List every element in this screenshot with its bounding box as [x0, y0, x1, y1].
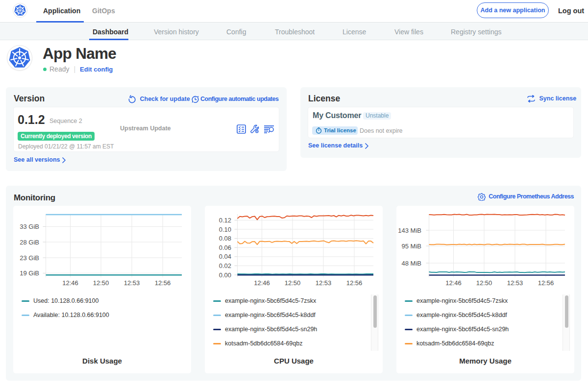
svg-text:23 GiB: 23 GiB — [20, 254, 39, 262]
svg-text:0.06: 0.06 — [219, 244, 231, 251]
svg-text:0.08: 0.08 — [219, 235, 231, 242]
svg-text:0.04: 0.04 — [219, 253, 231, 260]
svg-text:12:46: 12:46 — [62, 279, 78, 287]
svg-text:33 GiB: 33 GiB — [20, 223, 39, 230]
svg-text:0.00: 0.00 — [219, 271, 231, 279]
svg-text:48 MiB: 48 MiB — [402, 260, 421, 267]
svg-text:12:50: 12:50 — [476, 279, 492, 287]
svg-text:12:46: 12:46 — [254, 279, 270, 287]
svg-text:12:56: 12:56 — [346, 279, 363, 287]
svg-text:0.12: 0.12 — [219, 217, 231, 224]
svg-text:12:56: 12:56 — [538, 279, 554, 287]
svg-text:12:50: 12:50 — [285, 279, 301, 287]
svg-text:12:53: 12:53 — [507, 279, 523, 287]
svg-text:12:56: 12:56 — [155, 279, 171, 287]
svg-text:95 MiB: 95 MiB — [402, 243, 421, 250]
svg-text:28 GiB: 28 GiB — [20, 239, 39, 246]
svg-text:0.02: 0.02 — [219, 262, 231, 269]
svg-text:12:53: 12:53 — [124, 279, 140, 287]
svg-text:19 GiB: 19 GiB — [20, 269, 39, 277]
svg-text:12:46: 12:46 — [445, 279, 462, 287]
svg-text:0.10: 0.10 — [219, 226, 231, 233]
svg-text:12:53: 12:53 — [316, 279, 332, 287]
svg-text:143 MiB: 143 MiB — [398, 227, 421, 234]
svg-text:12:50: 12:50 — [93, 279, 109, 287]
